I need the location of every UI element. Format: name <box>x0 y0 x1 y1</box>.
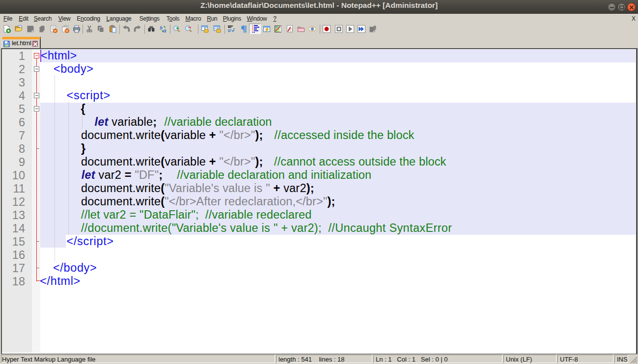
svg-text:b: b <box>160 25 163 30</box>
